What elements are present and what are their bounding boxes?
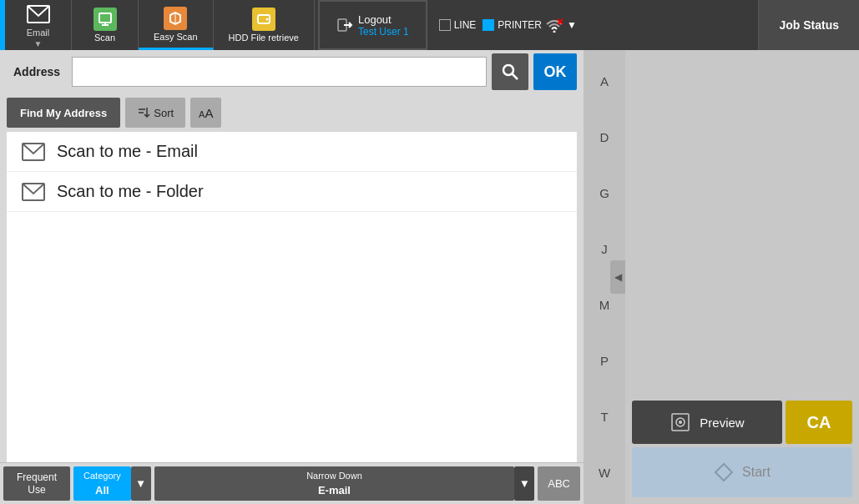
preview-label: Preview [700, 416, 744, 430]
nav-hdd[interactable]: HDD File retrieve [214, 0, 315, 50]
alpha-a[interactable]: A [584, 73, 625, 90]
logout-user: Test User 1 [358, 26, 409, 38]
search-button[interactable] [492, 53, 528, 90]
nav-items: Email ▼ Scan Easy Scan [0, 0, 859, 50]
nav-email[interactable]: Email ▼ [5, 0, 72, 50]
email-icon-1 [22, 183, 45, 201]
category-dropdown[interactable]: Category All [73, 466, 131, 501]
alpha-g[interactable]: G [584, 184, 625, 202]
narrow-down-arrow-button[interactable]: ▼ [514, 466, 534, 501]
narrow-down-label: Narrow Down [306, 471, 362, 481]
sort-label: Sort [154, 107, 174, 119]
alpha-m[interactable]: M [584, 296, 625, 314]
accent-bar [0, 0, 5, 50]
line-status-box [439, 19, 451, 31]
list-item-email[interactable]: Scan to me - Email [7, 132, 577, 172]
svg-rect-1 [99, 13, 111, 23]
nav-easyscan[interactable]: Easy Scan [139, 0, 214, 50]
printer-status-box [483, 19, 494, 31]
wifi-icon [545, 18, 563, 33]
address-input[interactable] [72, 57, 487, 87]
list-area: Scan to me - Email Scan to me - Folder [7, 132, 577, 462]
top-bar: Email ▼ Scan Easy Scan [0, 0, 859, 50]
list-item-label-1: Scan to me - Folder [57, 182, 204, 201]
category-arrow-button[interactable]: ▼ [131, 466, 151, 501]
line-label: LINE [454, 19, 477, 31]
bottom-bar: Frequent Use Category All ▼ Narrow Down … [0, 462, 584, 504]
alpha-t[interactable]: T [584, 408, 625, 426]
category-label: Category [83, 471, 121, 481]
hdd-icon [252, 8, 275, 31]
logout-label: Logout [358, 13, 409, 26]
preview-button[interactable]: Preview [632, 401, 782, 444]
frequent-use-button[interactable]: Frequent Use [3, 466, 70, 501]
alpha-p[interactable]: P [584, 352, 625, 370]
svg-point-12 [503, 65, 513, 75]
narrow-down-area: Narrow Down E-mail [154, 466, 515, 501]
svg-line-13 [513, 74, 518, 80]
narrow-down-value: E-mail [318, 484, 351, 496]
action-bar: Find My Address Sort AA [0, 93, 584, 132]
left-panel: Address OK Find My Address Sort [0, 50, 584, 504]
find-my-address-button[interactable]: Find My Address [7, 98, 120, 128]
preview-area [625, 50, 859, 394]
printer-label: PRINTER [498, 19, 542, 31]
sort-button[interactable]: Sort [125, 98, 185, 128]
preview-ca-row: Preview CA [632, 401, 852, 444]
svg-point-9 [553, 31, 556, 33]
line-indicator: LINE [439, 19, 477, 31]
logout-button[interactable]: Logout Test User 1 [318, 0, 427, 50]
abc-button[interactable]: ABC [538, 466, 580, 501]
category-value: All [95, 484, 109, 496]
start-button[interactable]: Start [632, 447, 852, 497]
collapse-button[interactable]: ◀ [610, 260, 625, 294]
right-panel: ◀ Preview CA Start [625, 50, 859, 504]
status-area: LINE PRINTER ▼ [427, 0, 589, 50]
logout-icon [336, 17, 353, 33]
svg-marker-22 [715, 464, 732, 481]
svg-point-6 [265, 18, 268, 21]
freq-line1: Frequent [17, 471, 57, 483]
address-label: Address [7, 65, 67, 78]
freq-line2: Use [28, 484, 45, 496]
preview-icon [670, 411, 691, 433]
email-icon [27, 3, 50, 26]
alpha-d[interactable]: D [584, 129, 625, 146]
job-status-button[interactable]: Job Status [758, 0, 859, 50]
easyscan-icon [164, 7, 187, 30]
font-size-button[interactable]: AA [190, 98, 221, 128]
ok-button[interactable]: OK [533, 53, 577, 90]
address-bar: Address OK [0, 50, 584, 93]
start-diamond-icon [714, 462, 734, 482]
list-item-label-0: Scan to me - Email [57, 142, 198, 161]
email-icon-0 [22, 143, 45, 161]
bottom-right-buttons: Preview CA Start [625, 394, 859, 504]
printer-indicator: PRINTER ▼ [483, 18, 577, 33]
main-content: Address OK Find My Address Sort [0, 50, 859, 504]
svg-point-21 [679, 421, 682, 424]
start-label: Start [742, 465, 771, 480]
search-icon [501, 63, 519, 81]
ca-button[interactable]: CA [786, 401, 852, 444]
scan-icon [93, 8, 117, 31]
sort-icon [137, 106, 150, 119]
alpha-w[interactable]: W [584, 464, 625, 481]
nav-scan[interactable]: Scan [72, 0, 139, 50]
list-item-folder[interactable]: Scan to me - Folder [7, 172, 577, 212]
alpha-j[interactable]: J [584, 240, 625, 258]
